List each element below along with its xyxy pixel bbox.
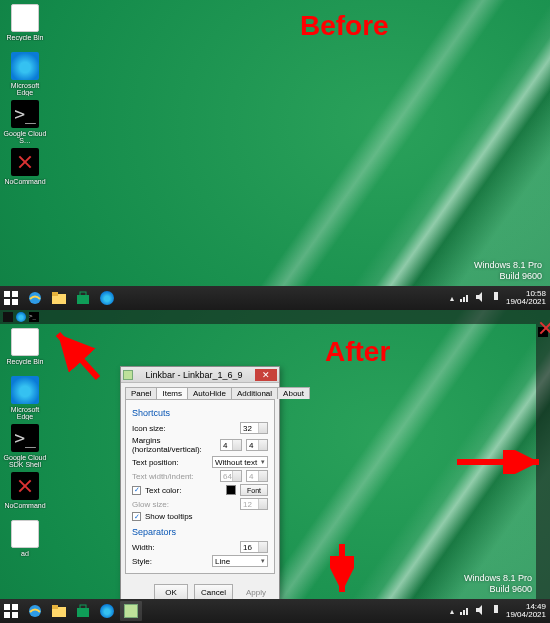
dialog-body: Shortcuts Icon size: 32 Margins (horizon… — [125, 399, 275, 574]
taskbar-app-store[interactable] — [72, 601, 94, 621]
dialog-titlebar[interactable]: Linkbar - Linkbar_1_6_9 ✕ — [121, 367, 279, 383]
svg-rect-9 — [460, 299, 462, 302]
svg-rect-26 — [460, 612, 462, 615]
svg-rect-6 — [52, 292, 58, 296]
linkbar-settings-dialog: Linkbar - Linkbar_1_6_9 ✕ Panel Items Au… — [120, 366, 280, 607]
taskbar-app-edge[interactable] — [96, 601, 118, 621]
ok-button[interactable]: OK — [154, 584, 188, 600]
taskbar-app-ie[interactable] — [24, 288, 46, 308]
svg-line-14 — [58, 334, 98, 378]
wallpaper — [0, 0, 550, 310]
svg-rect-20 — [12, 612, 18, 618]
svg-rect-13 — [494, 292, 498, 300]
linkbar-item-edge[interactable] — [16, 312, 26, 322]
section-shortcuts: Shortcuts — [132, 408, 268, 418]
tray-chevron-icon[interactable]: ▴ — [450, 607, 454, 616]
checkbox-text-color[interactable]: ✓ — [132, 486, 141, 495]
start-button[interactable] — [0, 601, 22, 621]
desktop-icon-edge[interactable]: Microsoft Edge — [2, 376, 48, 420]
desktop-icon-gcloud[interactable]: >_Google Cloud S… — [2, 100, 48, 144]
dialog-app-icon — [123, 370, 133, 380]
taskbar-app-store[interactable] — [72, 288, 94, 308]
tray-network-icon[interactable] — [460, 605, 470, 617]
svg-rect-19 — [4, 612, 10, 618]
label-text-color: Text color: — [145, 486, 181, 495]
tray-action-icon[interactable] — [492, 292, 500, 304]
svg-rect-28 — [466, 608, 468, 615]
swatch-text-color[interactable] — [226, 485, 236, 495]
input-margin-h[interactable]: 4 — [220, 439, 242, 451]
svg-rect-17 — [4, 604, 10, 610]
desktop-icon-nocommand[interactable]: NoCommand — [2, 148, 48, 192]
apply-button[interactable]: Apply — [239, 584, 273, 600]
taskbar-app-explorer[interactable] — [48, 601, 70, 621]
system-tray: ▴ 14:4919/04/2021 — [450, 603, 546, 620]
tab-about[interactable]: About — [277, 387, 310, 399]
label-icon-size: Icon size: — [132, 424, 236, 433]
start-button[interactable] — [0, 288, 22, 308]
windows-watermark: Windows 8.1 ProBuild 9600 — [464, 573, 532, 595]
linkbar-item-cmd[interactable]: >_ — [29, 312, 39, 322]
taskbar-clock[interactable]: 10:5819/04/2021 — [506, 290, 546, 307]
tray-volume-icon[interactable] — [476, 605, 486, 617]
desktop-icon-gcloud[interactable]: >_Google Cloud SDK Shell — [2, 424, 48, 468]
taskbar: ▴ 10:5819/04/2021 — [0, 286, 550, 310]
select-sep-style[interactable]: Line — [212, 555, 268, 567]
tab-items[interactable]: Items — [156, 387, 188, 399]
arrow-down — [330, 542, 354, 598]
label-text-position: Text position: — [132, 458, 208, 467]
taskbar-app-ie[interactable] — [24, 601, 46, 621]
desktop-icon-recycle-bin[interactable]: Recycle Bin — [2, 4, 48, 48]
svg-rect-1 — [12, 291, 18, 297]
desktop-icons: Recycle Bin Microsoft Edge >_Google Clou… — [2, 328, 52, 568]
font-button[interactable]: Font — [240, 484, 268, 496]
tray-action-icon[interactable] — [492, 605, 500, 617]
svg-rect-18 — [12, 604, 18, 610]
tray-chevron-icon[interactable]: ▴ — [450, 294, 454, 303]
input-sep-width[interactable]: 16 — [240, 541, 268, 553]
input-glow-size: 12 — [240, 498, 268, 510]
svg-marker-29 — [476, 605, 482, 615]
windows-watermark: Windows 8.1 ProBuild 9600 — [474, 260, 542, 282]
tray-network-icon[interactable] — [460, 292, 470, 304]
label-sep-width: Width: — [132, 543, 236, 552]
linkbar-item-app[interactable] — [3, 312, 13, 322]
tab-panel[interactable]: Panel — [125, 387, 157, 399]
svg-rect-3 — [12, 299, 18, 305]
linkbar-item-nocommand[interactable] — [538, 327, 548, 337]
svg-rect-10 — [463, 297, 465, 302]
cancel-button[interactable]: Cancel — [194, 584, 233, 600]
desktop-icon-nocommand[interactable]: NoCommand — [2, 472, 48, 516]
svg-rect-30 — [494, 605, 498, 613]
select-text-position[interactable]: Without text — [212, 456, 268, 468]
label-show-tooltips: Show tooltips — [145, 512, 268, 521]
tab-additional[interactable]: Additional — [231, 387, 278, 399]
taskbar-app-linkbar[interactable] — [120, 601, 142, 621]
svg-rect-2 — [4, 299, 10, 305]
input-text-width: 64 — [220, 470, 242, 482]
tab-autohide[interactable]: AutoHide — [187, 387, 232, 399]
section-separators: Separators — [132, 527, 268, 537]
linkbar-top[interactable]: >_ — [0, 310, 550, 324]
checkbox-show-tooltips[interactable]: ✓ — [132, 512, 141, 521]
desktop-icon-recycle-bin[interactable]: Recycle Bin — [2, 328, 48, 372]
label-text-width: Text width/indent: — [132, 472, 216, 481]
taskbar-app-edge[interactable] — [96, 288, 118, 308]
tray-volume-icon[interactable] — [476, 292, 486, 304]
label-sep-style: Style: — [132, 557, 208, 566]
taskbar: ▴ 14:4919/04/2021 — [0, 599, 550, 623]
before-panel: Before Recycle Bin Microsoft Edge >_Goog… — [0, 0, 550, 310]
dialog-title: Linkbar - Linkbar_1_6_9 — [133, 370, 255, 380]
close-button[interactable]: ✕ — [255, 369, 277, 381]
label-margins: Margins (horizontal/vertical): — [132, 436, 216, 454]
dialog-tabs: Panel Items AutoHide Additional About — [121, 383, 279, 399]
input-margin-v[interactable]: 4 — [246, 439, 268, 451]
input-icon-size[interactable]: 32 — [240, 422, 268, 434]
taskbar-clock[interactable]: 14:4919/04/2021 — [506, 603, 546, 620]
svg-rect-0 — [4, 291, 10, 297]
desktop-icon-textfile[interactable]: ad — [2, 520, 48, 564]
desktop-icon-edge[interactable]: Microsoft Edge — [2, 52, 48, 96]
taskbar-app-explorer[interactable] — [48, 288, 70, 308]
svg-rect-11 — [466, 295, 468, 302]
after-panel: >_ After Recycle Bin Microsoft Edge >_Go… — [0, 310, 550, 623]
